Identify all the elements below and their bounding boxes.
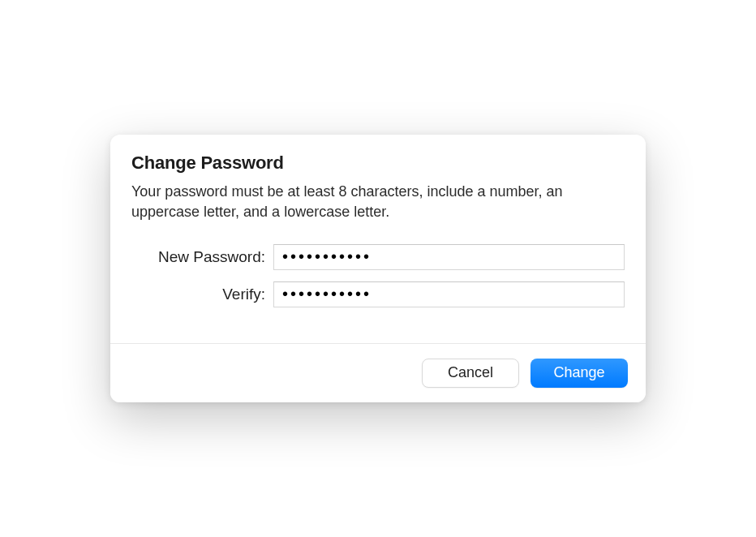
change-button[interactable]: Change (530, 359, 628, 388)
cancel-button[interactable]: Cancel (422, 359, 519, 388)
change-password-dialog: Change Password Your password must be at… (110, 135, 646, 402)
verify-password-row: Verify: (131, 281, 625, 307)
dialog-title: Change Password (131, 153, 625, 174)
new-password-label: New Password: (131, 248, 273, 266)
verify-password-label: Verify: (131, 286, 273, 303)
verify-password-input[interactable] (273, 281, 625, 307)
dialog-footer: Cancel Change (110, 343, 646, 402)
new-password-input[interactable] (273, 244, 625, 270)
new-password-row: New Password: (131, 244, 625, 270)
dialog-body: Change Password Your password must be at… (110, 135, 646, 343)
dialog-description: Your password must be at least 8 charact… (131, 182, 625, 221)
